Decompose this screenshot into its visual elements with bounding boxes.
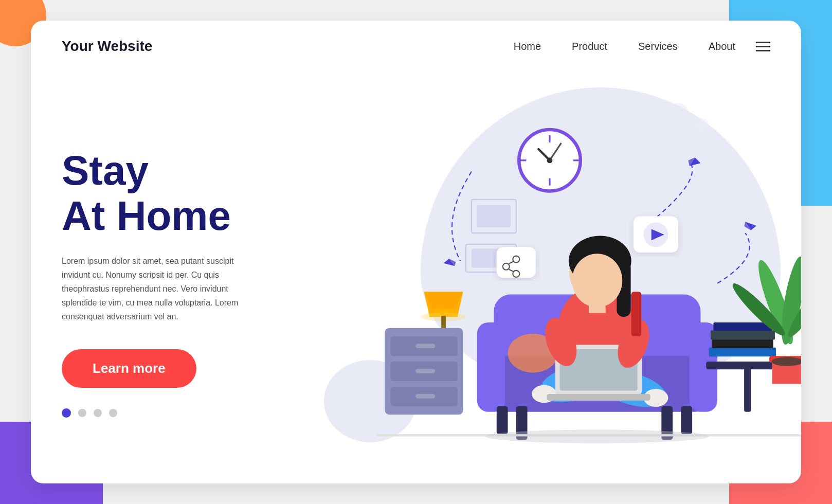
svg-rect-56 (547, 394, 650, 401)
nav-item-home[interactable]: Home (514, 41, 541, 52)
svg-rect-34 (415, 344, 435, 348)
hamburger-line-3 (756, 50, 770, 51)
hero-title-line2: At Home (62, 193, 231, 239)
brand-name: Your Website (62, 38, 152, 55)
svg-rect-67 (709, 348, 776, 356)
svg-rect-41 (477, 322, 505, 412)
dot-3[interactable] (94, 409, 102, 417)
main-illustration (298, 72, 801, 483)
svg-point-7 (547, 157, 553, 163)
nav-item-services[interactable]: Services (638, 41, 678, 52)
right-panel (298, 72, 801, 483)
svg-rect-70 (713, 322, 772, 331)
svg-rect-43 (497, 406, 508, 434)
svg-rect-38 (415, 394, 435, 399)
svg-rect-36 (415, 369, 435, 373)
svg-rect-69 (711, 330, 775, 339)
content-area: Stay At Home Lorem ipsum dolor sit amet,… (31, 72, 801, 483)
svg-rect-46 (681, 406, 692, 434)
learn-more-button[interactable]: Learn more (62, 349, 196, 388)
hamburger-line-1 (756, 42, 770, 43)
svg-rect-68 (712, 339, 773, 348)
nav-item-product[interactable]: Product (572, 41, 607, 52)
svg-rect-9 (477, 205, 511, 227)
hero-description: Lorem ipsum dolor sit amet, sea putant s… (62, 254, 257, 324)
hero-title-line1: Stay (62, 148, 149, 193)
left-panel: Stay At Home Lorem ipsum dolor sit amet,… (31, 72, 298, 483)
dot-4[interactable] (109, 409, 117, 417)
nav-links: Home Product Services About (514, 41, 735, 52)
navbar: Your Website Home Product Services About (31, 21, 801, 72)
hero-title: Stay At Home (62, 148, 267, 239)
carousel-dots (62, 408, 267, 418)
svg-rect-64 (631, 292, 642, 336)
dot-2[interactable] (78, 409, 86, 417)
svg-rect-63 (589, 299, 606, 313)
svg-point-79 (485, 430, 709, 443)
nav-item-about[interactable]: About (709, 41, 735, 52)
hamburger-line-2 (756, 46, 770, 47)
dot-1[interactable] (62, 408, 71, 418)
hamburger-menu[interactable] (756, 42, 770, 51)
main-card: Your Website Home Product Services About… (31, 21, 801, 483)
svg-rect-66 (744, 367, 751, 412)
